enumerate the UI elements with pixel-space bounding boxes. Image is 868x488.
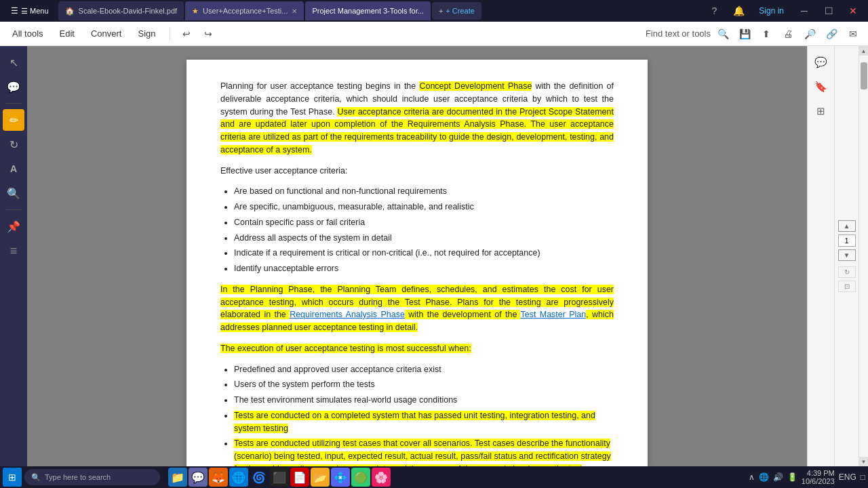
list-item: The test environment simulates real-worl… — [234, 394, 614, 407]
criteria-list: Are based on functional and non-function… — [234, 185, 614, 275]
minimize-icon[interactable]: ─ — [795, 3, 814, 18]
document-area[interactable]: Planning for user acceptance testing beg… — [27, 46, 807, 466]
pin-tool[interactable]: 📌 — [3, 216, 24, 237]
list-item: Indicate if a requirement is critical or… — [234, 247, 614, 260]
convert-menu[interactable]: Convert — [84, 26, 129, 41]
help-icon[interactable]: ? — [705, 3, 724, 18]
title-bar: ☰ ☰ Menu 🏠 Scale-Ebook-David-Finkel.pdf … — [0, 0, 868, 22]
find-bar: Find text or tools 🔍 💾 ⬆ 🖨 🔎 🔗 ✉ — [646, 24, 863, 43]
create-icon: + — [439, 7, 443, 15]
sidebar-sep-1 — [5, 103, 22, 104]
battery-icon[interactable]: 🔋 — [787, 472, 797, 482]
tab-uat-close[interactable]: ✕ — [292, 7, 297, 15]
tab-uat[interactable]: ★ User+Acceptance+Testi... ✕ — [185, 1, 304, 20]
taskbar-chrome[interactable]: 🌀 — [250, 468, 269, 487]
sign-menu[interactable]: Sign — [131, 26, 162, 41]
menu-label: ☰ Menu — [21, 7, 49, 16]
taskbar-chat[interactable]: 💬 — [189, 468, 208, 487]
taskbar-firefox[interactable]: 🦊 — [209, 468, 228, 487]
undo-button[interactable]: ↩ — [177, 24, 196, 43]
menu-bar: All tools Edit Convert Sign ↩ ↪ Find tex… — [0, 22, 868, 46]
print-icon[interactable]: 🖨 — [778, 24, 797, 43]
execution-list: Predefined and approved user acceptance … — [234, 363, 614, 467]
all-tools-menu[interactable]: All tools — [5, 26, 50, 41]
close-icon[interactable]: ✕ — [844, 3, 863, 18]
paragraph-1: Planning for user acceptance testing beg… — [220, 80, 614, 157]
redo-button[interactable]: ↪ — [199, 24, 218, 43]
para1-text1: Planning for user acceptance testing beg… — [220, 81, 419, 91]
zoom-icon[interactable]: 🔎 — [800, 24, 819, 43]
cursor-tool[interactable]: ↖ — [3, 52, 24, 73]
notifications-icon[interactable]: □ — [861, 472, 865, 482]
right-chat-icon[interactable]: 💬 — [810, 52, 832, 73]
tab-pm[interactable]: Project Management 3-Tools for... — [305, 1, 430, 20]
list-item: Predefined and approved user acceptance … — [234, 363, 614, 376]
scroll-thumb[interactable] — [861, 62, 867, 89]
list-item: Are specific, unambiguous, measurable, a… — [234, 201, 614, 214]
menu-separator — [170, 27, 170, 41]
search-tool[interactable]: 🔍 — [3, 182, 24, 204]
page-zoom-fit-icon[interactable]: ⊡ — [838, 281, 856, 292]
page-up-button[interactable]: ▲ — [838, 220, 856, 232]
page-indicator-panel: ▲ 1 ▼ ↻ ⊡ — [834, 46, 859, 466]
taskbar-edge[interactable]: 🌐 — [229, 468, 248, 487]
list-item: Users of the system perform the tests — [234, 378, 614, 391]
document-page: Planning for user acceptance testing beg… — [186, 60, 648, 466]
effective-criteria-label: Effective user acceptance criteria: — [220, 166, 347, 176]
list-item: Contain specific pass or fail criteria — [234, 216, 614, 229]
right-sidebar: 💬 🔖 ⊞ — [807, 46, 834, 466]
link-icon[interactable]: 🔗 — [822, 24, 841, 43]
mail-icon[interactable]: ✉ — [844, 24, 863, 43]
sidebar-sep-2 — [5, 209, 22, 210]
taskbar-acrobat[interactable]: 📄 — [290, 468, 309, 487]
rotate-tool[interactable]: ↻ — [3, 134, 24, 155]
taskbar-terminal[interactable]: ⬛ — [270, 468, 289, 487]
page-down-button[interactable]: ▼ — [838, 249, 856, 261]
right-bookmark-icon[interactable]: 🔖 — [810, 76, 832, 98]
page-refresh-icon[interactable]: ↻ — [838, 266, 856, 278]
system-tray-up-icon[interactable]: ∧ — [749, 472, 755, 482]
taskbar-discord[interactable]: 💠 — [331, 468, 350, 487]
bell-icon[interactable]: 🔔 — [729, 3, 748, 18]
sign-in-button[interactable]: Sign in — [753, 5, 789, 17]
list-item: Tests are conducted on a completed syste… — [234, 409, 614, 435]
share-icon[interactable]: ⬆ — [757, 24, 776, 43]
comment-tool[interactable]: 💬 — [3, 76, 24, 98]
list-item: Address all aspects of the system in det… — [234, 232, 614, 245]
menu-icon: ☰ — [11, 6, 18, 16]
windows-start-button[interactable]: ⊞ — [3, 468, 22, 487]
search-icon[interactable]: 🔍 — [713, 24, 732, 43]
network-icon[interactable]: 🌐 — [759, 472, 769, 482]
hamburger-menu-icon[interactable]: ≡ — [3, 240, 24, 262]
date-display: 10/6/2023 — [802, 477, 835, 485]
create-button[interactable]: + + Create — [432, 2, 481, 20]
volume-icon[interactable]: 🔊 — [773, 472, 783, 482]
paragraph-5: The execution of user acceptance testing… — [220, 342, 614, 355]
taskbar-apps: 📁 💬 🦊 🌐 🌀 ⬛ 📄 📂 💠 🟢 🌸 — [168, 468, 391, 487]
text-tool[interactable]: A — [3, 158, 24, 180]
scroll-track[interactable] — [859, 56, 868, 457]
page-number-box[interactable]: 1 — [838, 235, 856, 247]
find-label: Find text or tools — [646, 28, 711, 39]
tab-ebook[interactable]: 🏠 Scale-Ebook-David-Finkel.pdf — [58, 1, 184, 20]
pencil-tool[interactable]: ✏ — [3, 109, 24, 131]
edit-menu[interactable]: Edit — [53, 26, 81, 41]
tab-bar: 🏠 Scale-Ebook-David-Finkel.pdf ★ User+Ac… — [58, 1, 701, 20]
right-grid-icon[interactable]: ⊞ — [810, 100, 832, 122]
tab-ebook-label: Scale-Ebook-David-Finkel.pdf — [79, 7, 178, 15]
taskbar-app10[interactable]: 🌸 — [372, 468, 391, 487]
taskbar-files[interactable]: 📂 — [311, 468, 330, 487]
maximize-icon[interactable]: ☐ — [819, 3, 838, 18]
time-display: 4:39 PM — [802, 469, 835, 477]
scrollbar[interactable]: ▲ ▼ — [859, 46, 868, 466]
taskbar-app9[interactable]: 🟢 — [351, 468, 370, 487]
scroll-down-button[interactable]: ▼ — [859, 457, 868, 466]
save-icon[interactable]: 💾 — [735, 24, 754, 43]
menu-button[interactable]: ☰ ☰ Menu — [5, 5, 54, 17]
taskbar-search[interactable]: 🔍 Type here to search — [24, 469, 160, 485]
lang-indicator[interactable]: ENG — [839, 472, 856, 482]
scroll-up-button[interactable]: ▲ — [859, 46, 868, 56]
taskbar-explorer[interactable]: 📁 — [168, 468, 187, 487]
create-label: + Create — [446, 7, 475, 15]
list-item-highlight2: Tests are conducted utilizing test cases… — [234, 439, 611, 466]
